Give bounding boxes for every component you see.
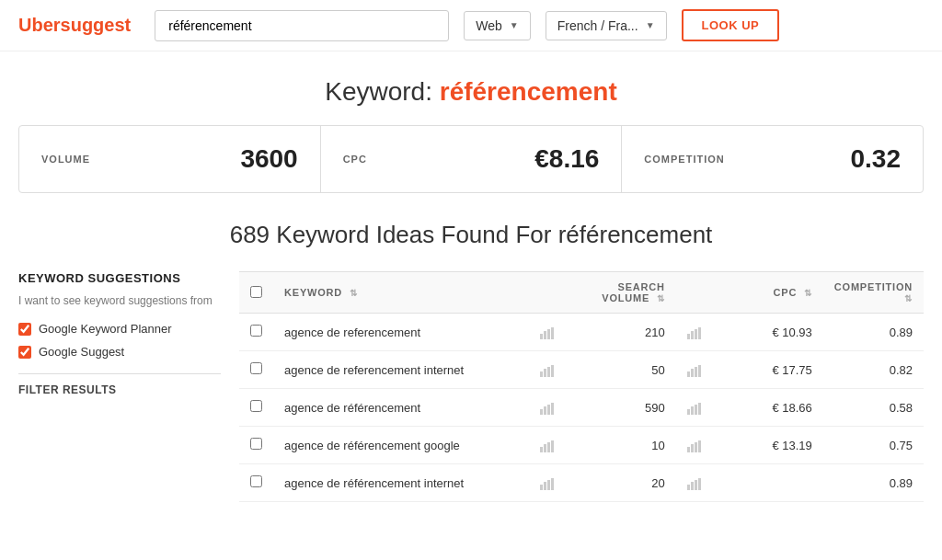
svg-rect-9 — [544, 369, 546, 377]
language-dropdown[interactable]: French / Fra... ▼ — [546, 11, 667, 40]
row-competition-4: 0.89 — [823, 464, 924, 502]
svg-rect-19 — [551, 403, 554, 415]
svg-rect-22 — [695, 405, 697, 415]
keyword-table: KEYWORD ⇅ SEARCH VOLUME ⇅ CPC ⇅ — [239, 271, 924, 502]
row-vol-icon-2[interactable] — [529, 389, 566, 427]
svg-rect-29 — [691, 444, 694, 452]
row-checkbox-1[interactable] — [250, 362, 262, 374]
row-keyword-4: agence de référencement internet — [273, 464, 529, 502]
svg-rect-16 — [540, 409, 543, 415]
select-all-checkbox[interactable] — [250, 286, 262, 298]
th-competition[interactable]: COMPETITION ⇅ — [823, 272, 924, 314]
table-header-row: KEYWORD ⇅ SEARCH VOLUME ⇅ CPC ⇅ — [239, 272, 924, 314]
svg-rect-20 — [687, 409, 690, 415]
table-row: agence de référencement 590 — [239, 389, 924, 427]
row-vol-icon-4[interactable] — [529, 464, 566, 502]
table-row: agence de referencement 210 — [239, 314, 924, 351]
row-checkbox-cell — [239, 314, 273, 351]
row-cpc-2: € 18.66 — [713, 389, 823, 427]
row-keyword-0: agence de referencement — [273, 314, 529, 351]
row-keyword-3: agence de référencement google — [273, 427, 529, 464]
row-checkbox-cell — [239, 389, 273, 427]
bar-chart-icon — [540, 326, 555, 338]
svg-rect-0 — [540, 334, 543, 339]
row-volume-3: 10 — [566, 427, 676, 464]
search-wrapper — [155, 10, 449, 41]
sidebar-desc: I want to see keyword suggestions from — [18, 292, 221, 309]
bar-chart-icon — [540, 363, 555, 376]
svg-rect-31 — [698, 440, 701, 452]
bar-chart-icon — [687, 401, 702, 414]
cpc-label: CPC — [343, 154, 367, 165]
checkbox-google-keyword-planner[interactable]: Google Keyword Planner — [18, 322, 221, 336]
th-cpc[interactable]: CPC ⇅ — [713, 272, 823, 314]
volume-card: VOLUME 3600 — [19, 126, 321, 192]
th-keyword[interactable]: KEYWORD ⇅ — [273, 272, 529, 314]
row-vol-icon-0[interactable] — [529, 314, 566, 351]
svg-rect-39 — [698, 478, 701, 490]
row-cpc-icon-0[interactable] — [676, 314, 713, 351]
th-vol-icon — [529, 272, 566, 314]
svg-rect-23 — [698, 403, 701, 415]
bar-chart-icon — [687, 326, 702, 338]
competition-label: COMPETITION — [644, 154, 724, 165]
competition-value: 0.32 — [851, 144, 902, 174]
row-volume-0: 210 — [566, 314, 676, 351]
checkbox-input-gs[interactable] — [18, 346, 31, 359]
svg-rect-10 — [547, 367, 550, 377]
sidebar: KEYWORD SUGGESTIONS I want to see keywor… — [18, 271, 221, 502]
checkbox-label-gs: Google Suggest — [39, 345, 124, 359]
svg-rect-14 — [695, 367, 697, 377]
th-volume[interactable]: SEARCH VOLUME ⇅ — [566, 272, 676, 314]
stats-row: VOLUME 3600 CPC €8.16 COMPETITION 0.32 — [18, 125, 924, 193]
row-cpc-3: € 13.19 — [713, 427, 823, 464]
keyword-title: Keyword: référencement — [18, 51, 924, 125]
row-checkbox-2[interactable] — [250, 400, 262, 412]
checkbox-label-gkp: Google Keyword Planner — [39, 322, 172, 336]
bar-chart-icon — [687, 363, 702, 376]
cpc-value: €8.16 — [534, 144, 599, 174]
row-cpc-icon-2[interactable] — [676, 389, 713, 427]
row-volume-1: 50 — [566, 351, 676, 389]
svg-rect-32 — [540, 485, 543, 490]
row-competition-3: 0.75 — [823, 427, 924, 464]
lookup-button[interactable]: LOOK UP — [682, 9, 780, 41]
svg-rect-27 — [551, 440, 554, 452]
keyword-table-wrapper: KEYWORD ⇅ SEARCH VOLUME ⇅ CPC ⇅ — [239, 271, 924, 502]
row-checkbox-4[interactable] — [250, 475, 262, 487]
chevron-down-icon: ▼ — [646, 20, 655, 30]
row-vol-icon-1[interactable] — [529, 351, 566, 389]
app-logo: Ubersuggest — [18, 15, 131, 36]
row-cpc-icon-1[interactable] — [676, 351, 713, 389]
svg-rect-34 — [547, 480, 550, 490]
search-input[interactable] — [155, 10, 449, 41]
row-keyword-1: agence de referencement internet — [273, 351, 529, 389]
table-row: agence de référencement internet 20 — [239, 464, 924, 502]
bar-chart-icon — [687, 439, 702, 451]
competition-card: COMPETITION 0.32 — [622, 126, 923, 192]
row-checkbox-0[interactable] — [250, 325, 262, 337]
sort-icon-keyword: ⇅ — [350, 288, 358, 298]
row-checkbox-cell — [239, 427, 273, 464]
ideas-heading: 689 Keyword Ideas Found For référencemen… — [18, 221, 924, 249]
checkbox-google-suggest[interactable]: Google Suggest — [18, 345, 221, 359]
sidebar-divider — [18, 373, 221, 374]
svg-rect-21 — [691, 406, 694, 415]
header: Ubersuggest Web ▼ French / Fra... ▼ LOOK… — [0, 0, 942, 51]
svg-rect-25 — [544, 444, 546, 452]
main-content: Keyword: référencement VOLUME 3600 CPC €… — [0, 51, 942, 520]
row-checkbox-3[interactable] — [250, 438, 262, 450]
row-checkbox-cell — [239, 464, 273, 502]
row-cpc-icon-3[interactable] — [676, 427, 713, 464]
svg-rect-35 — [551, 478, 554, 490]
row-vol-icon-3[interactable] — [529, 427, 566, 464]
web-dropdown[interactable]: Web ▼ — [464, 11, 530, 40]
row-volume-4: 20 — [566, 464, 676, 502]
svg-rect-2 — [547, 329, 550, 339]
row-cpc-icon-4[interactable] — [676, 464, 713, 502]
bar-chart-icon — [687, 476, 702, 489]
bar-chart-icon — [540, 401, 555, 414]
checkbox-input-gkp[interactable] — [18, 323, 31, 336]
row-keyword-2: agence de référencement — [273, 389, 529, 427]
filter-results-label: FILTER RESULTS — [18, 383, 221, 396]
